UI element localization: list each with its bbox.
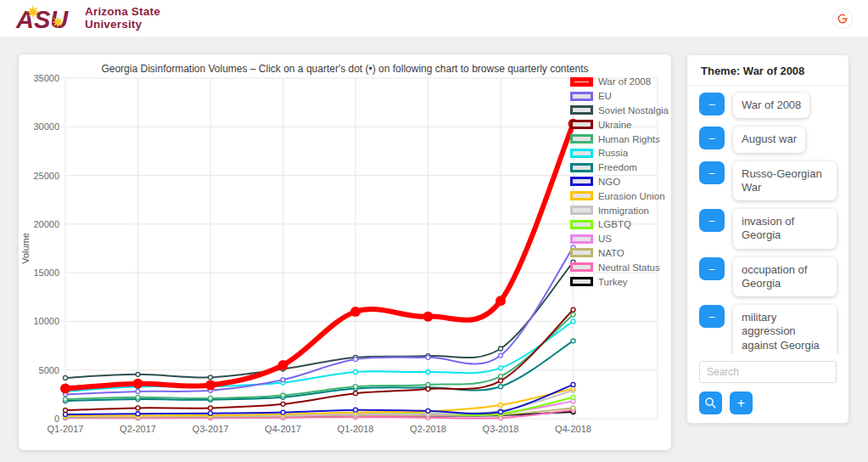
quarter-dot-russia[interactable] xyxy=(499,366,503,370)
remove-tag-button[interactable]: – xyxy=(699,209,725,232)
legend-item-immigration[interactable]: Immigration xyxy=(570,203,669,217)
quarter-dot-war-of-2008[interactable] xyxy=(350,307,361,317)
legend-item-us[interactable]: US xyxy=(570,232,669,246)
theme-tag-row: –occupation of Georgia xyxy=(699,257,837,297)
quarter-dot-ngo[interactable] xyxy=(499,409,503,414)
quarter-dot-human-rights[interactable] xyxy=(64,397,68,402)
legend-swatch xyxy=(570,120,593,129)
quarter-dot-war-of-2008[interactable] xyxy=(205,380,216,390)
y-tick-label: 15000 xyxy=(33,268,59,278)
remove-tag-button[interactable]: – xyxy=(699,161,725,184)
legend-swatch xyxy=(570,248,593,257)
search-input[interactable] xyxy=(699,361,837,383)
y-tick-label: 0 xyxy=(54,414,59,424)
quarter-dot-eu[interactable] xyxy=(281,378,285,382)
legend-item-war-of-2008[interactable]: War of 2008 xyxy=(570,75,669,89)
quarter-dot-eu[interactable] xyxy=(499,353,503,358)
quarter-dot-russia[interactable] xyxy=(571,319,575,324)
quarter-dot-human-rights[interactable] xyxy=(426,382,430,386)
quarter-dot-war-of-2008[interactable] xyxy=(60,383,70,393)
quarter-dot-war-of-2008[interactable] xyxy=(423,312,434,322)
quarter-dot-ngo[interactable] xyxy=(426,408,430,413)
quarter-dot-ngo[interactable] xyxy=(571,382,575,386)
theme-tag-row: –military aggression against Georgia xyxy=(699,305,837,354)
remove-tag-button[interactable]: – xyxy=(699,127,725,149)
quarter-dot-soviet-nostalgia[interactable] xyxy=(64,375,68,380)
legend-item-soviet-nostalgia[interactable]: Soviet Nostalgia xyxy=(570,104,669,118)
quarter-dot-freedom[interactable] xyxy=(499,385,503,389)
legend-item-ukraine[interactable]: Ukraine xyxy=(570,117,669,132)
quarter-dot-war-of-2008[interactable] xyxy=(496,296,506,306)
quarter-dot-ukraine[interactable] xyxy=(209,406,213,410)
legend-swatch xyxy=(570,163,593,172)
remove-tag-button[interactable]: – xyxy=(699,305,725,328)
quarter-dot-soviet-nostalgia[interactable] xyxy=(136,372,140,376)
legend-label: EU xyxy=(598,91,612,101)
remove-tag-button[interactable]: – xyxy=(699,93,725,116)
asu-logo[interactable]: ASU Arizona State University xyxy=(15,4,160,33)
quarter-dot-ngo[interactable] xyxy=(209,411,213,415)
series-soviet-nostalgia xyxy=(64,260,576,380)
legend-item-russia[interactable]: Russia xyxy=(570,146,669,161)
legend-item-nato[interactable]: NATO xyxy=(570,246,669,261)
legend-label: US xyxy=(598,234,612,244)
quarter-dot-freedom[interactable] xyxy=(571,339,575,343)
legend-label: Soviet Nostalgia xyxy=(598,105,669,116)
quarter-dot-human-rights[interactable] xyxy=(571,313,575,317)
legend-item-eurasion-union[interactable]: Eurasion Union xyxy=(570,189,669,203)
quarter-dot-human-rights[interactable] xyxy=(281,393,285,397)
quarter-dot-human-rights[interactable] xyxy=(499,375,503,379)
legend-item-freedom[interactable]: Freedom xyxy=(570,161,669,175)
quarter-dot-nato[interactable] xyxy=(571,406,575,410)
quarter-dot-ukraine[interactable] xyxy=(499,379,503,383)
quarter-dot-eu[interactable] xyxy=(136,389,140,393)
remove-tag-button[interactable]: – xyxy=(699,257,725,280)
quarter-dot-ngo[interactable] xyxy=(281,410,285,414)
legend-swatch xyxy=(570,92,593,101)
x-tick-label: Q4-2018 xyxy=(555,424,591,434)
quarter-dot-war-of-2008[interactable] xyxy=(133,379,143,389)
search-button[interactable] xyxy=(699,392,722,414)
logout-button[interactable] xyxy=(832,8,853,29)
legend-swatch xyxy=(570,206,593,215)
series-line-war-of-2008 xyxy=(65,124,574,389)
legend-item-eu[interactable]: EU xyxy=(570,89,669,104)
asu-logo-line1: Arizona State xyxy=(85,6,160,19)
quarter-dot-ngo[interactable] xyxy=(354,408,358,412)
legend-swatch xyxy=(570,220,593,229)
quarter-dot-russia[interactable] xyxy=(426,370,430,375)
quarter-dot-war-of-2008[interactable] xyxy=(278,360,288,370)
add-theme-button[interactable]: + xyxy=(730,392,753,414)
quarter-dot-ngo[interactable] xyxy=(64,412,68,416)
quarter-dot-soviet-nostalgia[interactable] xyxy=(499,346,503,351)
quarter-dot-human-rights[interactable] xyxy=(354,385,358,389)
quarter-dot-ukraine[interactable] xyxy=(354,392,358,396)
legend-item-ngo[interactable]: NGO xyxy=(570,175,669,189)
y-tick-label: 5000 xyxy=(39,365,59,375)
legend-item-human-rights[interactable]: Human Rights xyxy=(570,132,669,146)
legend-swatch xyxy=(570,77,593,87)
legend-swatch xyxy=(570,191,593,200)
quarter-dot-ukraine[interactable] xyxy=(136,406,140,410)
legend-swatch xyxy=(570,177,593,186)
quarter-dot-lgbtq[interactable] xyxy=(571,395,575,399)
quarter-dot-ngo[interactable] xyxy=(136,412,140,416)
quarter-dot-russia[interactable] xyxy=(354,370,358,375)
legend-item-lgbtq[interactable]: LGBTQ xyxy=(570,217,669,232)
quarter-dot-ukraine[interactable] xyxy=(426,387,430,392)
quarter-dot-human-rights[interactable] xyxy=(209,396,213,400)
series-line-ukraine xyxy=(65,310,574,410)
quarter-dot-soviet-nostalgia[interactable] xyxy=(209,375,213,380)
legend-item-neutral-status[interactable]: Neutral Status xyxy=(570,260,669,274)
legend-label: Human Rights xyxy=(598,134,660,144)
quarter-dot-ukraine[interactable] xyxy=(64,408,68,413)
quarter-dot-ukraine[interactable] xyxy=(281,402,285,406)
quarter-dot-ukraine[interactable] xyxy=(571,307,575,312)
legend-label: Neutral Status xyxy=(598,262,660,273)
chart-title: Georgia Disinformation Volumes – Click o… xyxy=(19,63,671,75)
legend-item-turkey[interactable]: Turkey xyxy=(570,274,669,289)
quarter-dot-eu[interactable] xyxy=(426,355,430,359)
quarter-dot-eurasion-union[interactable] xyxy=(499,403,503,407)
quarter-dot-eu[interactable] xyxy=(354,358,358,362)
quarter-dot-human-rights[interactable] xyxy=(136,395,140,399)
